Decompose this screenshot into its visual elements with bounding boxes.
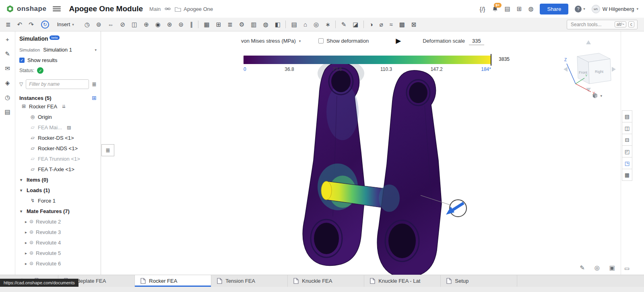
named-positions-icon[interactable]: ⌂ — [300, 21, 310, 28]
circular-pattern-icon[interactable]: ◍ — [260, 21, 272, 28]
update-sync-icon[interactable]: ↻ — [41, 21, 49, 29]
camera-standard-views-icon[interactable]: ◎ — [594, 264, 600, 271]
insert-new-icon[interactable]: + — [6, 36, 9, 42]
deformation-scale-input[interactable]: 335 — [469, 37, 484, 45]
parent-document-link[interactable]: Apogee One — [175, 6, 213, 12]
app-store-icon[interactable]: ⊞ — [517, 5, 522, 12]
document-tab[interactable]: Knuckle FEA - Lat — [364, 275, 441, 287]
show-deformation-checkbox[interactable] — [318, 38, 324, 43]
help-menu[interactable]: ? ▾ — [575, 6, 585, 12]
snapshot-icon[interactable]: ◎ — [310, 21, 322, 28]
model-tree-panel-icon[interactable]: ▤ — [622, 110, 632, 122]
grid-units-icon[interactable]: ▣ — [609, 264, 615, 271]
fea-mesh-icon[interactable]: ▩ — [396, 21, 408, 28]
undo-button[interactable]: ↶ — [14, 20, 26, 29]
explode-icon[interactable]: ∗ — [322, 21, 336, 28]
ball-mate-icon[interactable]: ◉ — [152, 21, 164, 28]
bom-icon[interactable]: ▤ — [288, 21, 300, 28]
configurations-panel-icon[interactable]: ◫ — [622, 122, 632, 134]
appearance-icon[interactable]: ◑ — [366, 21, 376, 28]
rack-pinion-icon[interactable]: ≣ — [224, 21, 236, 28]
search-tools-box[interactable]: alt/~ c — [567, 20, 638, 29]
feature-list-toggle-icon[interactable]: ≣ — [2, 20, 14, 29]
section-loads[interactable]: ▾ Loads (1) — [19, 185, 97, 195]
legend-gradient-bar[interactable]: 3835 — [244, 56, 491, 64]
filter-input[interactable] — [26, 79, 89, 89]
appearance-brush-icon[interactable]: ✎ — [5, 51, 10, 57]
learning-center-icon[interactable]: ◍ — [528, 5, 533, 12]
notifications-bell-icon[interactable]: 9+ — [492, 6, 498, 12]
sphere-primitive-icon[interactable]: ⊚ — [93, 21, 105, 28]
sheet-metal-icon[interactable]: ≈ — [386, 21, 396, 28]
parallel-mate-icon[interactable]: ∥ — [187, 21, 198, 28]
insert-instance-icon[interactable]: ⊞ — [92, 95, 97, 101]
tree-item[interactable]: ▱ FEA Trunnion <1> — [19, 153, 97, 164]
simulation-select[interactable]: Simulation 1 ▾ — [43, 47, 97, 53]
document-tab[interactable]: Rocker FEA — [135, 275, 211, 287]
tree-item[interactable]: ▱ Rocker-DS <1> — [19, 133, 97, 143]
mate-feature-item[interactable]: ▸ ⊜ Revolute 2 — [19, 216, 97, 227]
tree-item-rocker-fea[interactable]: ⊞ Rocker FEA ⇊ — [19, 101, 97, 112]
featurescript-icon[interactable]: {/} — [479, 6, 485, 12]
measure-units-icon[interactable]: ▭ — [624, 265, 630, 271]
override-icon[interactable]: ⇊ — [62, 104, 66, 109]
document-tab[interactable]: Setup — [441, 275, 517, 287]
tree-item[interactable]: ▱ FEA T-Axle <1> — [19, 164, 97, 174]
hole-icon[interactable]: ⌀ — [376, 21, 386, 28]
insert-button[interactable]: Insert ▾ — [53, 20, 78, 29]
view-orientation-menu[interactable]: ▾ — [592, 93, 602, 99]
mate-feature-item[interactable]: ▸ ⊜ Revolute 6 — [19, 258, 97, 269]
section-views-panel-icon[interactable]: ◰ — [622, 145, 632, 157]
tree-item[interactable]: ◎ Origin — [19, 112, 97, 122]
search-tools-input[interactable] — [570, 21, 613, 28]
gear-relation-icon[interactable]: ⚙ — [236, 21, 248, 28]
fastened-mate-icon[interactable]: ⊕ — [140, 21, 152, 28]
mate-feature-item[interactable]: ▸ ⊜ Revolute 3 — [19, 227, 97, 237]
tree-flyout-button[interactable]: ≣ — [101, 144, 114, 156]
tangent-mate-icon[interactable]: ⊜ — [175, 21, 187, 28]
section-analysis-icon[interactable]: ◪ — [349, 21, 363, 28]
hamburger-menu-icon[interactable] — [53, 6, 61, 11]
edit-appearance-icon[interactable]: ✎ — [580, 264, 585, 271]
show-results-checkbox[interactable]: ✓ Show results — [19, 57, 97, 63]
pin-slot-mate-icon[interactable]: ⊛ — [164, 21, 175, 28]
help-resources-icon[interactable]: ◈ — [5, 80, 10, 86]
tree-item[interactable]: ▱ Rocker-NDS <1> — [19, 143, 97, 153]
mate-feature-item[interactable]: ▸ ⊜ Revolute 4 — [19, 237, 97, 248]
drawing-icon[interactable]: ✎ — [338, 21, 350, 28]
appearance-panel-icon[interactable]: ◳ — [622, 157, 632, 169]
reports-icon[interactable]: ▤ — [505, 5, 510, 12]
tree-item[interactable]: ▱ FEA Mai... ▨ — [19, 122, 97, 133]
display-states-panel-icon[interactable]: ⊟ — [622, 134, 632, 146]
share-link-icon[interactable] — [165, 6, 171, 12]
linear-pattern-icon[interactable]: ▥ — [248, 21, 260, 28]
cylindrical-mate-icon[interactable]: ⊘ — [117, 21, 128, 28]
custom-tables-panel-icon[interactable]: ▦ — [622, 169, 632, 181]
comments-icon[interactable]: ✉ — [5, 65, 10, 71]
mirror-icon[interactable]: ◧ — [272, 21, 286, 28]
onshape-logo[interactable]: onshape — [6, 4, 46, 13]
tree-item-force[interactable]: ↯ Force 1 — [19, 195, 97, 206]
section-mate-features[interactable]: ▾ Mate Features (7) — [19, 206, 97, 216]
notes-icon[interactable]: ▤ — [4, 109, 10, 115]
redo-button[interactable]: ↷ — [25, 20, 37, 29]
rotate-view-icon[interactable]: ◷ — [81, 21, 93, 28]
document-tab[interactable]: Tension FEA — [211, 275, 288, 287]
result-type-dropdown[interactable]: von Mises stress (MPa) ▾ — [241, 38, 301, 44]
planar-mate-icon[interactable]: ◫ — [128, 21, 140, 28]
mate-connector-icon[interactable]: ⊞ — [213, 21, 225, 28]
group-parts-icon[interactable]: ▦ — [201, 21, 213, 28]
play-animation-button[interactable]: ▶ — [396, 37, 401, 45]
workspace-label[interactable]: Main — [149, 6, 161, 12]
history-icon[interactable]: ◷ — [5, 94, 10, 100]
graphics-viewport[interactable]: von Mises stress (MPa) ▾ Show deformatio… — [101, 31, 621, 275]
slider-mate-icon[interactable]: ⇔ — [104, 21, 117, 28]
user-menu[interactable]: wh W Hilgenberg ▾ — [592, 5, 638, 13]
mate-feature-item[interactable]: ▸ ⊜ Revolute 5 — [19, 248, 97, 258]
section-items[interactable]: ▾ Items (0) — [19, 174, 97, 185]
document-tab[interactable]: Knuckle FEA — [288, 275, 364, 287]
measure-icon[interactable]: ⊠ — [408, 21, 420, 28]
list-view-icon[interactable]: ≣ — [92, 81, 97, 87]
view-cube[interactable]: Front Right Z X Y — [559, 35, 620, 96]
share-button[interactable]: Share — [540, 4, 568, 14]
